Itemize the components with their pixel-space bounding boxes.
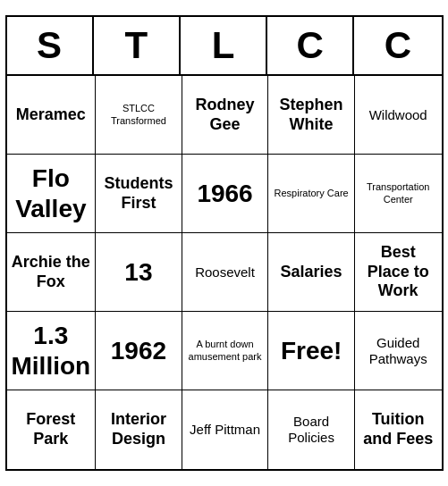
bingo-cell: Wildwood [355, 76, 442, 155]
bingo-cell: Free! [268, 312, 355, 390]
bingo-cell: STLCC Transformed [96, 76, 182, 155]
bingo-cell: Tuition and Fees [355, 390, 442, 469]
bingo-cell: Guided Pathways [355, 312, 442, 390]
header-letter: L [181, 17, 267, 74]
bingo-cell: Board Policies [268, 390, 355, 469]
header-letter: C [354, 17, 441, 74]
bingo-cell: Salaries [268, 233, 355, 312]
bingo-cell: 1.3 Million [7, 312, 97, 390]
bingo-cell: Archie the Fox [7, 233, 97, 312]
bingo-cell: Jeff Pittman [182, 390, 269, 469]
bingo-cell: 1962 [96, 312, 182, 390]
bingo-cell: Roosevelt [182, 233, 269, 312]
bingo-cell: Interior Design [96, 390, 182, 469]
bingo-card: STLCC MeramecSTLCC TransformedRodney Gee… [5, 15, 444, 471]
bingo-cell: Students First [96, 155, 182, 233]
header-letter: C [267, 17, 354, 74]
bingo-cell: Rodney Gee [182, 76, 269, 155]
bingo-cell: Forest Park [7, 390, 97, 469]
bingo-header: STLCC [7, 17, 442, 76]
bingo-cell: Respiratory Care [268, 155, 355, 233]
bingo-cell: Flo Valley [7, 155, 97, 233]
bingo-cell: 13 [96, 233, 182, 312]
bingo-cell: Transportation Center [355, 155, 442, 233]
bingo-cell: Stephen White [268, 76, 355, 155]
header-letter: T [94, 17, 181, 74]
bingo-cell: 1966 [182, 155, 269, 233]
bingo-cell: A burnt down amusement park [182, 312, 269, 390]
bingo-cell: Meramec [7, 76, 97, 155]
bingo-grid: MeramecSTLCC TransformedRodney GeeStephe… [7, 76, 442, 469]
header-letter: S [7, 17, 94, 74]
bingo-cell: Best Place to Work [355, 233, 442, 312]
